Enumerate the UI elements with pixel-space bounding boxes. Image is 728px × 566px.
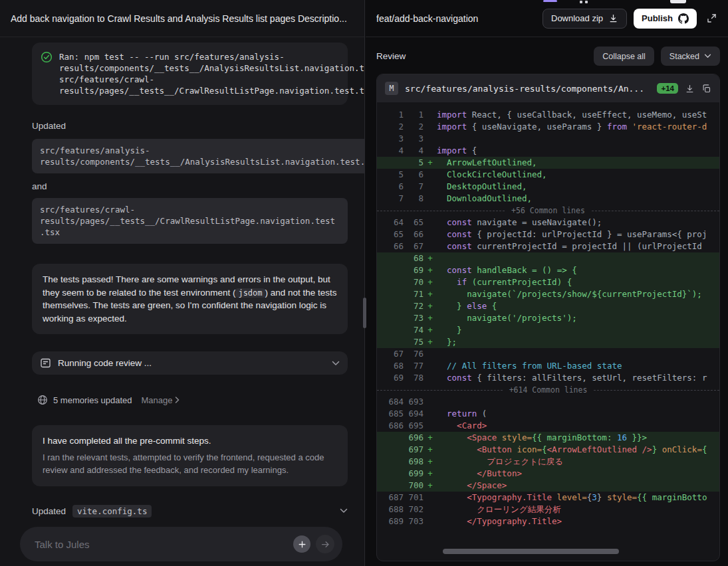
branch-name: feat/add-back-navigation — [376, 13, 536, 24]
diff-body: 11import React, { useCallback, useEffect… — [377, 102, 719, 527]
top-dot — [580, 1, 582, 3]
file-status-badge: M — [385, 82, 398, 95]
chat-input-bar — [20, 527, 342, 561]
memories-row: 5 memories updated Manage — [32, 395, 348, 405]
horizontal-scrollbar[interactable] — [443, 549, 619, 554]
diff-line-added: 72+ } else { — [377, 300, 719, 312]
collapse-chevron-icon[interactable] — [340, 508, 348, 514]
updated-file-chip[interactable]: src/features/analysis-results/components… — [32, 139, 364, 173]
diff-line-added: 70+ if (currentProjectId) { — [377, 276, 719, 288]
diff-line-added: 696+ <Space style={{ marginBottom: 16 }}… — [377, 432, 719, 444]
top-pill — [670, 0, 686, 3]
agent-message-tests: The tests passed! There are some warning… — [32, 264, 348, 334]
task-header: Add back navigation to Crawl Results and… — [0, 0, 364, 37]
diff-line: 6667 const currentProjectId = projectId … — [377, 240, 719, 252]
diff-line-added: 73+ navigate('/projects'); — [377, 312, 719, 324]
download-icon — [608, 13, 618, 23]
additions-badge: +14 — [657, 83, 678, 94]
download-zip-label: Download zip — [551, 13, 603, 23]
inline-code: jsdom — [235, 288, 265, 298]
copy-file-icon[interactable] — [701, 84, 711, 94]
chevron-right-icon — [175, 397, 180, 403]
diff-line: 6465 const navigate = useNavigate(); — [377, 217, 719, 229]
diff-line: 687701 <Typography.Title level={3} style… — [377, 492, 719, 504]
review-label: Review — [376, 51, 587, 61]
chat-scroll-area[interactable]: Ran: npm test -- --run src/features/anal… — [0, 37, 364, 566]
memories-updated-text: 5 memories updated — [53, 395, 132, 405]
diff-line: 78 DownloadOutlined, — [377, 193, 719, 205]
chat-input[interactable] — [33, 538, 288, 551]
diff-line: 6877 // All filters from URL-based state — [377, 360, 719, 372]
top-tab-indicator — [543, 0, 557, 2]
and-label: and — [32, 181, 348, 191]
globe-icon — [37, 395, 48, 405]
download-zip-button[interactable]: Download zip — [543, 9, 627, 29]
chat-panel: Add back navigation to Crawl Results and… — [0, 0, 365, 566]
ran-tests-card[interactable]: Ran: npm test -- --run src/features/anal… — [32, 43, 348, 105]
diff-common-lines-separator[interactable]: +56 Common lines — [377, 205, 719, 217]
diff-line: 689703 </Typography.Title> — [377, 516, 719, 527]
diff-line: 22import { useNavigate, useParams } from… — [377, 121, 719, 133]
running-code-review-label: Running code review ... — [58, 358, 152, 368]
publish-button[interactable]: Publish — [634, 9, 697, 29]
diff-file-card: M src/features/analysis-results/componen… — [376, 74, 720, 561]
collapse-all-button[interactable]: Collapse all — [594, 47, 654, 66]
panel-resize-handle[interactable] — [363, 298, 366, 328]
ran-command-text: Ran: npm test -- --run src/features/anal… — [59, 51, 364, 96]
diff-line-added: 5+ ArrowLeftOutlined, — [377, 157, 719, 169]
diff-common-lines-separator[interactable]: +614 Common lines — [377, 384, 719, 396]
completed-title: I have completed all the pre-commit step… — [43, 434, 337, 448]
diff-line-added: 697+ <Button icon={<ArrowLeftOutlined />… — [377, 444, 719, 456]
vite-config-chip[interactable]: vite.config.ts — [72, 505, 152, 518]
updated-vite-row: Updated vite.config.ts — [32, 505, 348, 518]
diff-file-header: M src/features/analysis-results/componen… — [377, 74, 719, 102]
diff-panel: feat/add-back-navigation Download zip Pu… — [366, 0, 728, 566]
review-toolbar: Review Collapse all Stacked — [366, 37, 728, 66]
diff-line: 685694 return ( — [377, 408, 719, 420]
completed-body: I ran the relevant tests, attempted to v… — [43, 452, 337, 477]
diff-line: 686695 <Card> — [377, 420, 719, 432]
diff-line: 44import { — [377, 145, 719, 157]
check-circle-icon — [41, 51, 53, 63]
download-file-icon[interactable] — [685, 84, 695, 94]
diff-line-added: 69+ const handleBack = () => { — [377, 264, 719, 276]
ran-command: npm test -- --run src/features/analysis-… — [59, 52, 364, 96]
collapse-all-label: Collapse all — [602, 52, 646, 61]
attach-plus-button[interactable] — [293, 535, 310, 553]
expand-panel-icon[interactable] — [706, 13, 717, 24]
collapse-chevron-icon[interactable] — [332, 361, 340, 366]
send-button[interactable] — [316, 535, 334, 553]
diff-line: 6978 const { filters: allFilters, setUrl… — [377, 372, 719, 384]
diff-line: 688702 クローリング結果分析 — [377, 504, 719, 516]
updated-file-chip[interactable]: src/features/crawl-results/pages/__tests… — [32, 198, 348, 244]
diff-line: 56 ClockCircleOutlined, — [377, 169, 719, 181]
github-icon — [678, 13, 689, 24]
running-code-review-card[interactable]: Running code review ... — [32, 351, 348, 375]
file-path: src/features/analysis-results/components… — [405, 84, 650, 94]
branch-header: feat/add-back-navigation Download zip Pu… — [366, 0, 728, 37]
view-mode-label: Stacked — [669, 52, 699, 61]
ran-label: Ran: — [59, 52, 79, 62]
manage-memories-link[interactable]: Manage — [142, 395, 180, 405]
diff-line: 684693 — [377, 396, 719, 408]
agent-message-completed: I have completed all the pre-commit step… — [32, 425, 348, 486]
diff-line: 6776 — [377, 348, 719, 360]
diff-line: 33 — [377, 133, 719, 145]
diff-line-added: 71+ navigate(`/projects/show/${currentPr… — [377, 288, 719, 300]
manage-label: Manage — [142, 395, 173, 405]
top-dot — [585, 1, 588, 3]
view-mode-dropdown[interactable]: Stacked — [661, 47, 720, 66]
diff-line: 11import React, { useCallback, useEffect… — [377, 109, 719, 121]
code-review-icon — [40, 357, 51, 369]
diff-line-added: 68+ — [377, 252, 719, 264]
publish-label: Publish — [642, 13, 673, 23]
diff-line-added: 699+ </Button> — [377, 468, 719, 480]
diff-line-added: 74+ } — [377, 324, 719, 336]
diff-line-added: 700+ </Space> — [377, 480, 719, 492]
task-title: Add back navigation to Crawl Results and… — [11, 13, 347, 24]
updated-label: Updated — [32, 506, 66, 516]
diff-line-added: 75+ }; — [377, 336, 719, 348]
diff-line: 6566 const { projectId: urlProjectId } =… — [377, 229, 719, 240]
diff-line-added: 698+ プロジェクトに戻る — [377, 456, 719, 468]
chevron-down-icon — [704, 54, 711, 58]
